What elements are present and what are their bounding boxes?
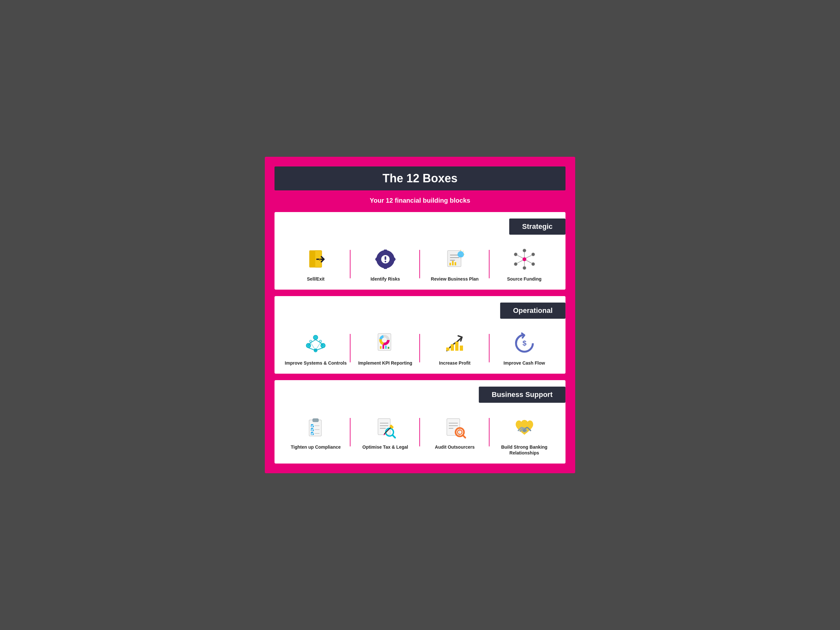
box-review-business-plan[interactable]: Review Business Plan	[420, 246, 489, 282]
main-container: The 12 Boxes Your 12 financial building …	[265, 157, 575, 474]
box-optimise-tax[interactable]: Optimise Tax & Legal	[351, 414, 420, 450]
source-funding-label: Source Funding	[507, 276, 542, 282]
audit-outsourcers-icon	[442, 414, 468, 440]
svg-rect-22	[455, 262, 456, 265]
implement-kpi-label: Implement KPI Reporting	[358, 360, 412, 366]
improve-systems-label: Improve Systems & Controls	[285, 360, 347, 366]
svg-rect-7	[384, 249, 387, 253]
strategic-section: Strategic	[275, 212, 565, 290]
operational-boxes-row: Improve Systems & Controls	[275, 330, 565, 366]
business-support-boxes-row: Tighten up Compliance	[275, 414, 565, 456]
review-business-plan-icon	[442, 246, 468, 272]
svg-rect-63	[385, 346, 387, 349]
main-title: The 12 Boxes	[287, 172, 553, 185]
svg-point-29	[523, 257, 526, 261]
box-improve-cash-flow[interactable]: $ Improve Cash Flow	[489, 330, 559, 366]
svg-point-15	[384, 261, 386, 262]
svg-rect-2	[309, 251, 315, 267]
box-tighten-compliance[interactable]: Tighten up Compliance	[281, 414, 351, 450]
strategic-title: Strategic	[522, 223, 553, 231]
svg-rect-67	[455, 342, 458, 351]
box-audit-outsourcers[interactable]: Audit Outsourcers	[420, 414, 489, 450]
strategic-header-wrap: Strategic	[275, 212, 565, 241]
svg-point-32	[532, 262, 535, 266]
build-banking-label: Build Strong Banking Relationships	[493, 444, 556, 456]
operational-header-wrap: Operational	[275, 296, 565, 325]
svg-point-35	[514, 253, 517, 256]
increase-profit-icon	[442, 330, 468, 356]
source-funding-icon	[512, 246, 537, 272]
svg-text:$: $	[522, 339, 526, 347]
svg-rect-66	[451, 344, 454, 351]
sell-exit-icon	[303, 246, 329, 272]
svg-rect-14	[384, 256, 386, 260]
svg-line-37	[526, 255, 532, 258]
business-support-title-bar: Business Support	[479, 387, 565, 403]
svg-rect-65	[446, 347, 449, 351]
box-build-banking[interactable]: Build Strong Banking Relationships	[489, 414, 559, 456]
svg-line-40	[517, 260, 523, 263]
improve-systems-icon	[303, 330, 329, 356]
svg-rect-8	[384, 265, 387, 269]
main-title-bar: The 12 Boxes	[275, 166, 565, 190]
svg-rect-61	[380, 346, 382, 349]
svg-line-41	[517, 255, 523, 258]
svg-rect-64	[388, 347, 389, 349]
improve-cash-flow-icon: $	[512, 330, 537, 356]
svg-rect-72	[313, 418, 319, 422]
svg-line-27	[463, 251, 464, 251]
box-increase-profit[interactable]: Increase Profit	[420, 330, 489, 366]
svg-rect-20	[449, 263, 451, 265]
optimise-tax-label: Optimise Tax & Legal	[362, 444, 408, 450]
increase-profit-label: Increase Profit	[439, 360, 471, 366]
operational-section: Operational	[275, 296, 565, 374]
strategic-boxes-row: Sell/Exit	[275, 246, 565, 282]
tighten-compliance-icon	[303, 414, 329, 440]
identify-risks-icon	[373, 246, 398, 272]
implement-kpi-icon	[373, 330, 398, 356]
operational-title: Operational	[513, 306, 553, 315]
svg-line-84	[393, 435, 395, 438]
svg-point-95	[523, 429, 526, 432]
svg-rect-79	[378, 418, 390, 435]
build-banking-icon	[512, 414, 537, 440]
strategic-title-bar: Strategic	[509, 218, 565, 235]
improve-cash-flow-label: Improve Cash Flow	[504, 360, 545, 366]
review-business-plan-label: Review Business Plan	[431, 276, 479, 282]
box-source-funding[interactable]: Source Funding	[489, 246, 559, 282]
svg-point-4	[319, 259, 321, 261]
svg-point-42	[313, 335, 318, 340]
business-support-section: Business Support	[275, 380, 565, 464]
svg-point-34	[514, 262, 517, 266]
identify-risks-label: Identify Risks	[371, 276, 400, 282]
business-support-header-wrap: Business Support	[275, 380, 565, 409]
box-improve-systems[interactable]: Improve Systems & Controls	[281, 330, 351, 366]
business-support-title: Business Support	[492, 390, 553, 399]
box-identify-risks[interactable]: Identify Risks	[351, 246, 420, 282]
optimise-tax-icon	[373, 414, 398, 440]
svg-rect-68	[460, 346, 463, 351]
box-sell-exit[interactable]: Sell/Exit	[281, 246, 351, 282]
sell-exit-label: Sell/Exit	[307, 276, 324, 282]
svg-rect-62	[382, 344, 384, 349]
audit-outsourcers-label: Audit Outsourcers	[435, 444, 475, 450]
box-implement-kpi[interactable]: Implement KPI Reporting	[351, 330, 420, 366]
svg-point-33	[523, 266, 526, 270]
svg-point-31	[532, 253, 535, 256]
svg-line-38	[526, 260, 532, 263]
subtitle: Your 12 financial building blocks	[275, 197, 565, 204]
tighten-compliance-label: Tighten up Compliance	[291, 444, 341, 450]
operational-title-bar: Operational	[500, 303, 565, 319]
svg-rect-21	[452, 261, 454, 265]
svg-line-93	[463, 435, 465, 438]
svg-point-30	[523, 249, 526, 252]
